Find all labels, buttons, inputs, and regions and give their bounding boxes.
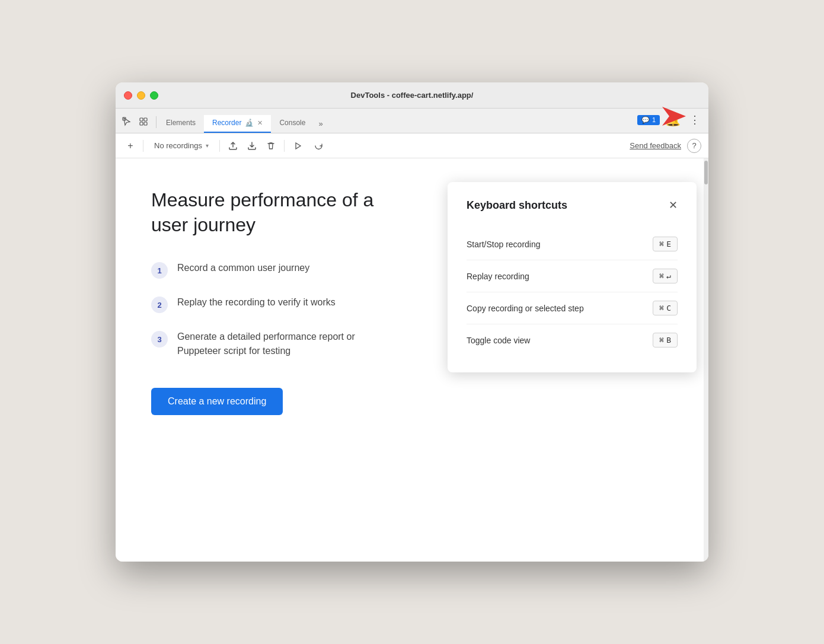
send-feedback-link[interactable]: Send feedback xyxy=(630,141,681,150)
traffic-lights xyxy=(124,91,158,100)
cmd-icon-4: ⌘ xyxy=(659,336,664,345)
tab-tools xyxy=(120,115,150,133)
svg-rect-4 xyxy=(144,122,147,125)
shortcut-label-start-stop: Start/Stop recording xyxy=(467,240,541,249)
replay-icon xyxy=(314,141,324,151)
upload-icon xyxy=(228,141,238,151)
shortcut-key-start-stop: ⌘ E xyxy=(653,237,678,251)
modal-header: Keyboard shortcuts ✕ xyxy=(467,199,678,212)
shortcut-row-toggle-code: Toggle code view ⌘ B xyxy=(467,324,678,356)
step-text-1: Record a common user journey xyxy=(177,261,309,275)
toolbar-divider-1 xyxy=(143,140,143,152)
maximize-window-button[interactable] xyxy=(150,91,158,100)
add-recording-button[interactable]: + xyxy=(123,138,138,154)
layers-icon[interactable] xyxy=(137,115,150,128)
recorder-icon: 🔬 xyxy=(245,119,254,127)
scrollbar-thumb[interactable] xyxy=(704,161,708,184)
play-button[interactable] xyxy=(289,138,306,154)
svg-rect-2 xyxy=(144,118,147,121)
shortcut-label-copy: Copy recording or selected step xyxy=(467,304,584,313)
cmd-icon-2: ⌘ xyxy=(659,272,664,280)
cmd-icon: ⌘ xyxy=(659,240,664,248)
bell-menu-button[interactable]: 🔔 xyxy=(663,110,682,129)
modal-close-button[interactable]: ✕ xyxy=(669,199,678,212)
tab-right-area: 💬 1 🔔 ⋮ xyxy=(637,110,704,133)
more-options-menu[interactable]: ⋮ xyxy=(686,111,704,129)
devtools-window: DevTools - coffee-cart.netlify.app/ xyxy=(116,82,708,562)
shortcut-key-toggle-code: ⌘ B xyxy=(653,333,678,347)
toolbar-actions xyxy=(225,138,279,154)
download-icon xyxy=(247,141,257,151)
trash-icon xyxy=(266,141,276,151)
chat-icon: 💬 xyxy=(641,116,650,124)
export-button[interactable] xyxy=(225,138,241,154)
step-number-2: 2 xyxy=(151,297,168,313)
tab-console[interactable]: Console xyxy=(271,115,314,133)
shortcut-key-copy: ⌘ C xyxy=(653,301,678,315)
close-window-button[interactable] xyxy=(124,91,132,100)
recorder-toolbar: + No recordings ▾ xyxy=(116,133,708,158)
tab-recorder[interactable]: Recorder 🔬 ✕ xyxy=(204,115,271,133)
minimize-window-button[interactable] xyxy=(137,91,145,100)
cmd-icon-3: ⌘ xyxy=(659,304,664,313)
step-number-1: 1 xyxy=(151,262,168,279)
tab-bar: Elements Recorder 🔬 ✕ Console » 💬 1 🔔 ⋮ xyxy=(116,109,708,133)
shortcut-row-copy: Copy recording or selected step ⌘ C xyxy=(467,292,678,324)
scrollbar-track[interactable] xyxy=(704,158,708,562)
window-title: DevTools - coffee-cart.netlify.app/ xyxy=(351,91,474,100)
titlebar: DevTools - coffee-cart.netlify.app/ xyxy=(116,82,708,109)
step-text-3: Generate a detailed performance report o… xyxy=(177,330,355,358)
plus-icon: + xyxy=(127,141,133,151)
shortcut-label-toggle-code: Toggle code view xyxy=(467,336,530,345)
svg-marker-5 xyxy=(662,107,686,126)
shortcut-key-replay: ⌘ ↵ xyxy=(653,269,678,283)
main-title: Measure performance of auser journey xyxy=(151,188,436,237)
tab-elements[interactable]: Elements xyxy=(158,115,204,133)
svg-rect-3 xyxy=(140,122,143,125)
recordings-dropdown-label: No recordings xyxy=(154,141,202,150)
main-content: Measure performance of auser journey 1 R… xyxy=(116,158,708,562)
cursor-icon[interactable] xyxy=(120,115,133,128)
tab-close-icon[interactable]: ✕ xyxy=(257,119,263,127)
delete-button[interactable] xyxy=(263,138,279,154)
import-button[interactable] xyxy=(244,138,260,154)
notification-count: 1 xyxy=(652,116,656,123)
play-icon xyxy=(293,141,302,151)
notification-badge[interactable]: 💬 1 xyxy=(637,115,660,125)
help-button[interactable]: ? xyxy=(687,139,701,153)
shortcut-row-replay: Replay recording ⌘ ↵ xyxy=(467,260,678,292)
tab-divider xyxy=(156,116,157,128)
toolbar-right: Send feedback ? xyxy=(630,139,701,153)
replay-button[interactable] xyxy=(311,138,327,154)
shortcut-label-replay: Replay recording xyxy=(467,272,529,281)
toolbar-divider-3 xyxy=(284,140,285,152)
step-text-2: Replay the recording to verify it works xyxy=(177,295,336,310)
chevron-down-icon: ▾ xyxy=(206,142,209,149)
step-number-3: 3 xyxy=(151,331,168,347)
modal-title: Keyboard shortcuts xyxy=(467,199,567,212)
red-arrow-annotation xyxy=(662,107,686,126)
recordings-dropdown[interactable]: No recordings ▾ xyxy=(148,139,215,152)
keyboard-shortcuts-modal: Keyboard shortcuts ✕ Start/Stop recordin… xyxy=(448,182,697,372)
tab-more[interactable]: » xyxy=(314,116,327,133)
question-mark-icon: ? xyxy=(692,141,696,150)
create-recording-button[interactable]: Create a new recording xyxy=(151,388,283,415)
toolbar-divider-2 xyxy=(219,140,220,152)
shortcut-row-start-stop: Start/Stop recording ⌘ E xyxy=(467,228,678,260)
svg-rect-1 xyxy=(140,118,143,121)
